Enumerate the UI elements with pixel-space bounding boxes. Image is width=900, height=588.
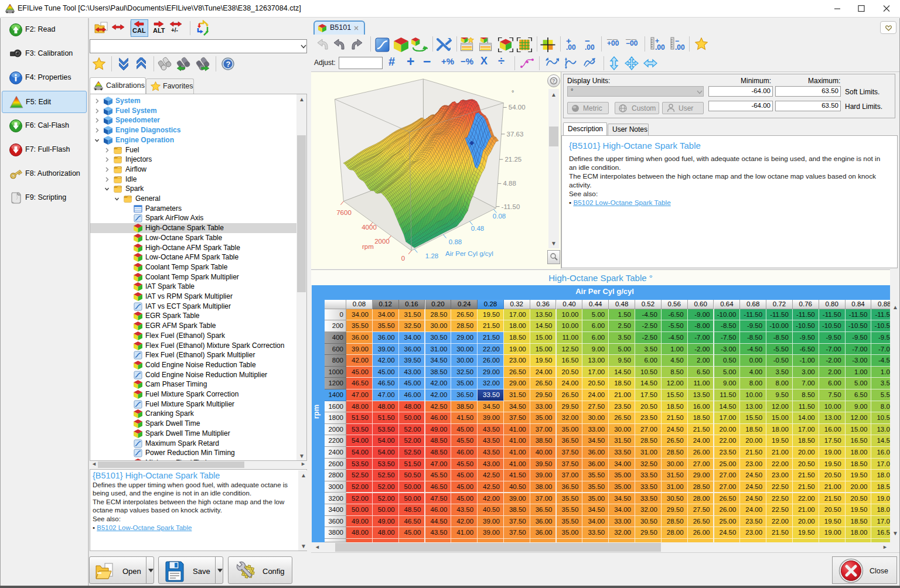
svg-text:-11.50: -11.50 [502,203,520,210]
svg-text:.00: .00 [675,43,685,52]
svg-text:?: ? [552,78,555,84]
svg-text:1.28: 1.28 [425,252,438,259]
svg-text:0.48: 0.48 [471,225,484,232]
svg-text:21.25: 21.25 [504,156,521,163]
svg-text:Air Per Cyl g/cyl: Air Per Cyl g/cyl [445,250,493,257]
svg-text:54.00: 54.00 [509,104,526,111]
svg-text:37.63: 37.63 [507,131,524,138]
svg-text:0: 0 [401,255,405,262]
svg-text:?: ? [226,60,231,69]
svg-text:°: ° [512,89,514,96]
svg-text:4000: 4000 [362,224,377,231]
svg-text:0.08: 0.08 [493,213,506,220]
svg-text:2000: 2000 [374,238,390,245]
svg-text:.00: .00 [655,43,665,52]
svg-text:0.88: 0.88 [449,238,462,245]
svg-text:7600: 7600 [336,209,352,216]
svg-text:rpm: rpm [362,243,374,250]
svg-text:4.88: 4.88 [503,180,516,187]
